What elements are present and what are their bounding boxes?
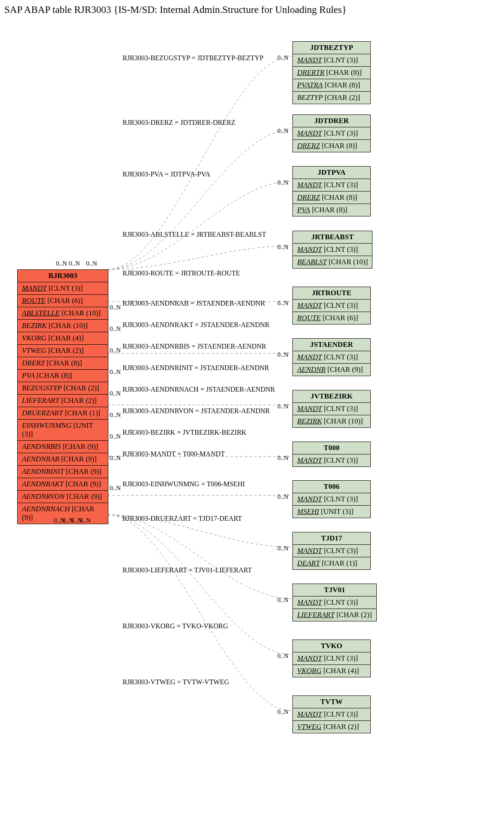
table-field: VTWEG [CHAR (2)]	[293, 721, 370, 733]
main-table: RJR3003 MANDT [CLNT (3)]ROUTE [CHAR (6)]…	[17, 269, 108, 524]
cardinality-left: 0..N	[110, 433, 121, 440]
ref-table: JDTBEZTYPMANDT [CLNT (3)]DRERTR [CHAR (8…	[292, 41, 371, 104]
relation-label: RJR3003-VTWEG = TVTW-VTWEG	[123, 678, 229, 686]
table-field: MANDT [CLNT (3)]	[293, 545, 370, 557]
table-field: AENDNRBIS [CHAR (9)]	[18, 441, 108, 453]
page-title: SAP ABAP table RJR3003 {IS-M/SD: Interna…	[4, 4, 500, 15]
table-field: PVATRA [CHAR (8)]	[293, 79, 370, 92]
relation-label: RJR3003-AENDNRNACH = JSTAENDER-AENDNR	[123, 386, 275, 393]
ref-table: JVTBEZIRKMANDT [CLNT (3)]BEZIRK [CHAR (1…	[292, 390, 371, 428]
ref-table: TJV01MANDT [CLNT (3)]LIEFERART [CHAR (2)…	[292, 584, 377, 621]
relation-label: RJR3003-AENDNRAKT = JSTAENDER-AENDNR	[123, 321, 270, 329]
table-field: AENDNRAKT [CHAR (9)]	[18, 478, 108, 491]
ref-table-header: JSTAENDER	[293, 339, 370, 351]
table-field: MSEHI [UNIT (3)]	[293, 506, 370, 518]
table-field: MANDT [CLNT (3)]	[293, 54, 370, 67]
ref-table-header: JDTDRER	[293, 115, 370, 127]
ref-table: JDTDRERMANDT [CLNT (3)]DRERZ [CHAR (8)]	[292, 114, 371, 152]
table-field: VTWEG [CHAR (2)]	[18, 345, 108, 357]
table-field: DRERTR [CHAR (8)]	[293, 67, 370, 79]
ref-table-header: T000	[293, 442, 370, 454]
table-field: MANDT [CLNT (3)]	[293, 403, 370, 415]
table-field: PVA [CHAR (8)]	[18, 370, 108, 382]
ref-table: TVTWMANDT [CLNT (3)]VTWEG [CHAR (2)]	[292, 695, 371, 733]
ref-table: TVKOMANDT [CLNT (3)]VKORG [CHAR (4)]	[292, 640, 371, 677]
cardinality-right: 0..N	[277, 596, 289, 604]
cardinality-left: 0..N	[56, 260, 67, 267]
table-field: ABLSTELLE [CHAR (10)]	[18, 307, 108, 320]
ref-table-header: T006	[293, 481, 370, 493]
cardinality-right: 0..N	[277, 493, 289, 501]
relation-label: RJR3003-BEZUGSTYP = JDTBEZTYP-BEZTYP	[123, 54, 264, 62]
cardinality-right: 0..N	[277, 127, 289, 135]
ref-table-header: TVKO	[293, 640, 370, 652]
table-field: MANDT [CLNT (3)]	[293, 179, 370, 192]
cardinality-right: 0..N	[277, 403, 289, 410]
ref-table-header: JRTROUTE	[293, 287, 370, 300]
cardinality-left: 0..N	[110, 485, 121, 492]
ref-table: JRTROUTEMANDT [CLNT (3)]ROUTE [CHAR (6)]	[292, 287, 371, 324]
table-field: EINHWUNMNG [UNIT (3)]	[18, 420, 108, 441]
cardinality-left: 0..N	[110, 390, 121, 397]
table-field: DRERZ [CHAR (8)]	[293, 140, 370, 152]
table-field: DEART [CHAR (1)]	[293, 557, 370, 569]
table-field: MANDT [CLNT (3)]	[293, 708, 370, 721]
ref-table: T006MANDT [CLNT (3)]MSEHI [UNIT (3)]	[292, 480, 371, 518]
ref-table: TJD17MANDT [CLNT (3)]DEART [CHAR (1)]	[292, 532, 371, 570]
table-field: BEZIRK [CHAR (10)]	[293, 415, 370, 427]
table-field: MANDT [CLNT (3)]	[293, 493, 370, 506]
cardinality-right: 0..N	[277, 300, 289, 307]
table-field: AENDNR [CHAR (9)]	[293, 364, 370, 376]
ref-table-header: JDTPVA	[293, 167, 370, 179]
ref-table-header: JRTBEABST	[293, 231, 372, 244]
cardinality-left: 0..N	[110, 368, 121, 376]
cardinality-right: 0..N	[277, 545, 289, 552]
relation-label: RJR3003-AENDNRAB = JSTAENDER-AENDNR	[123, 300, 265, 307]
main-table-header: RJR3003	[18, 270, 108, 282]
cardinality-right: 0..N	[277, 708, 289, 716]
ref-table: JDTPVAMANDT [CLNT (3)]DRERZ [CHAR (8)]PV…	[292, 166, 371, 216]
table-field: BEZUGSTYP [CHAR (2)]	[18, 382, 108, 395]
cardinality-left: 0..N	[110, 325, 121, 333]
cardinality-left: 0..N	[110, 454, 121, 462]
relation-label: RJR3003-VKORG = TVKO-VKORG	[123, 622, 228, 630]
ref-table: T000MANDT [CLNT (3)]	[292, 442, 371, 467]
table-field: MANDT [CLNT (3)]	[293, 652, 370, 665]
cardinality-right: 0..N	[277, 351, 289, 358]
cardinality-right: 0..N	[277, 244, 289, 251]
table-field: VKORG [CHAR (4)]	[293, 665, 370, 677]
table-field: MANDT [CLNT (3)]	[293, 300, 370, 312]
table-field: AENDNRVON [CHAR (9)]	[18, 491, 108, 503]
relation-label: RJR3003-ABLSTELLE = JRTBEABST-BEABLST	[123, 231, 266, 238]
relation-label: RJR3003-LIEFERART = TJV01-LIEFERART	[123, 566, 252, 574]
ref-table-header: TVTW	[293, 696, 370, 708]
ref-table-header: TJD17	[293, 532, 370, 545]
cardinality-left: 0..N	[110, 347, 121, 354]
table-field: BEZIRK [CHAR (10)]	[18, 320, 108, 332]
table-field: MANDT [CLNT (3)]	[293, 454, 370, 467]
cardinality-right: 0..N	[277, 54, 289, 62]
table-field: PVA [CHAR (8)]	[293, 204, 370, 216]
table-field: VKORG [CHAR (4)]	[18, 332, 108, 345]
table-field: ROUTE [CHAR (6)]	[18, 295, 108, 307]
table-field: DRERZ [CHAR (8)]	[293, 192, 370, 204]
relation-label: RJR3003-EINHWUNMNG = T006-MSEHI	[123, 480, 245, 488]
table-field: MANDT [CLNT (3)]	[293, 351, 370, 364]
cardinality-left: 0..N	[80, 517, 91, 524]
diagram-canvas: RJR3003 MANDT [CLNT (3)]ROUTE [CHAR (6)]…	[4, 24, 500, 825]
table-field: ROUTE [CHAR (6)]	[293, 312, 370, 324]
relation-label: RJR3003-BEZIRK = JVTBEZIRK-BEZIRK	[123, 429, 246, 436]
relation-label: RJR3003-AENDNRVON = JSTAENDER-AENDNR	[123, 407, 270, 415]
table-field: MANDT [CLNT (3)]	[18, 282, 108, 295]
relation-label: RJR3003-DRERZ = JDTDRER-DRERZ	[123, 119, 235, 127]
relation-label: RJR3003-AENDNRBIS = JSTAENDER-AENDNR	[123, 343, 266, 350]
relation-label: RJR3003-PVA = JDTPVA-PVA	[123, 170, 210, 178]
table-field: AENDNRAB [CHAR (9)]	[18, 453, 108, 466]
cardinality-left: 0..N	[86, 260, 97, 267]
table-field: DRERZ [CHAR (8)]	[18, 357, 108, 370]
ref-table-header: TJV01	[293, 584, 376, 596]
ref-table: JSTAENDERMANDT [CLNT (3)]AENDNR [CHAR (9…	[292, 338, 371, 376]
table-field: BEZTYP [CHAR (2)]	[293, 92, 370, 104]
relation-label: RJR3003-AENDNRINIT = JSTAENDER-AENDNR	[123, 364, 269, 372]
relation-label: RJR3003-ROUTE = JRTROUTE-ROUTE	[123, 269, 240, 277]
